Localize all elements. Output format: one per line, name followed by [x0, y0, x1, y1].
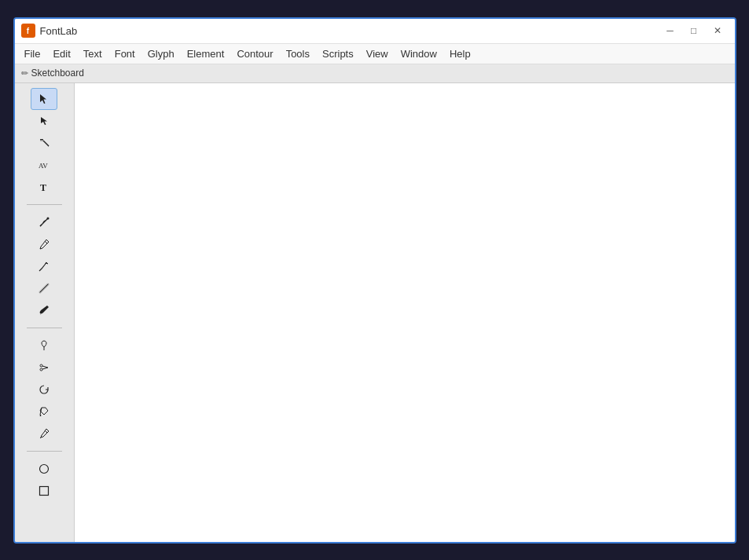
pointer-select-tool[interactable]	[31, 88, 57, 110]
svg-line-2	[43, 141, 49, 146]
shape-tools-group	[15, 456, 74, 503]
close-button[interactable]: ✕	[707, 22, 729, 39]
window-title: FontLab	[40, 25, 659, 37]
window-controls: ─ □ ✕	[659, 22, 729, 39]
calligraphy-tool[interactable]	[31, 277, 57, 299]
separator-2	[27, 328, 62, 328]
menu-bar: FileEditTextFontGlyphElementContourTools…	[15, 44, 735, 64]
minimize-button[interactable]: ─	[659, 22, 681, 39]
node-select-tool[interactable]	[31, 110, 57, 132]
menu-item-tools[interactable]: Tools	[280, 46, 316, 62]
menu-item-contour[interactable]: Contour	[230, 46, 279, 62]
rapid-pen-tool[interactable]	[31, 255, 57, 277]
separator-3	[27, 451, 62, 452]
menu-item-scripts[interactable]: Scripts	[316, 46, 360, 62]
svg-line-3	[43, 141, 49, 147]
bucket-tool[interactable]	[31, 401, 57, 423]
svg-text:T: T	[40, 182, 46, 193]
svg-point-10	[40, 368, 42, 371]
svg-rect-15	[40, 486, 49, 495]
menu-item-window[interactable]: Window	[395, 46, 443, 62]
menu-item-file[interactable]: File	[18, 46, 47, 62]
svg-line-11	[42, 366, 48, 368]
knife-tool[interactable]	[31, 132, 57, 154]
tab-bar: ✏ Sketchboard	[15, 64, 735, 83]
menu-item-glyph[interactable]: Glyph	[141, 46, 181, 62]
rectangle-tool[interactable]	[31, 480, 57, 502]
ellipse-tool[interactable]	[31, 458, 57, 480]
canvas-area[interactable]	[75, 83, 735, 542]
menu-item-font[interactable]: Font	[108, 46, 141, 62]
separator-1	[27, 204, 62, 205]
sketchboard-tab[interactable]: Sketchboard	[31, 68, 84, 79]
svg-point-6	[47, 217, 50, 219]
maximize-button[interactable]: □	[683, 22, 705, 39]
tab-icon: ✏	[21, 68, 28, 79]
menu-item-element[interactable]: Element	[181, 46, 231, 62]
brush-tool[interactable]	[31, 299, 57, 321]
toolbar: AV T	[15, 83, 75, 542]
kerning-tool[interactable]: AV	[31, 154, 57, 176]
logo-letter: f	[27, 27, 29, 35]
svg-point-9	[40, 364, 42, 367]
main-window: f FontLab ─ □ ✕ FileEditTextFontGlyphEle…	[13, 17, 736, 544]
svg-text:AV: AV	[39, 162, 48, 170]
svg-rect-0	[40, 139, 43, 141]
pen-tool[interactable]	[31, 211, 57, 233]
svg-point-14	[40, 464, 49, 473]
drawing-tools-group	[15, 210, 74, 323]
svg-line-12	[42, 368, 48, 369]
text-tool[interactable]: T	[31, 176, 57, 198]
eyedropper-tool[interactable]	[31, 423, 57, 445]
content-area: AV T	[15, 83, 735, 542]
menu-item-view[interactable]: View	[360, 46, 395, 62]
menu-item-edit[interactable]: Edit	[46, 46, 76, 62]
rotate-tool[interactable]	[31, 379, 57, 401]
selection-tools-group: AV T	[15, 86, 74, 199]
scissors-tool[interactable]	[31, 357, 57, 379]
menu-item-text[interactable]: Text	[77, 46, 108, 62]
menu-item-help[interactable]: Help	[443, 46, 477, 62]
pencil-tool[interactable]	[31, 233, 57, 255]
svg-rect-1	[40, 140, 43, 141]
editing-tools-group	[15, 333, 74, 446]
svg-line-7	[45, 241, 47, 243]
title-bar: f FontLab ─ □ ✕	[15, 19, 735, 44]
pin-tool[interactable]	[31, 335, 57, 357]
app-logo: f	[21, 24, 35, 38]
